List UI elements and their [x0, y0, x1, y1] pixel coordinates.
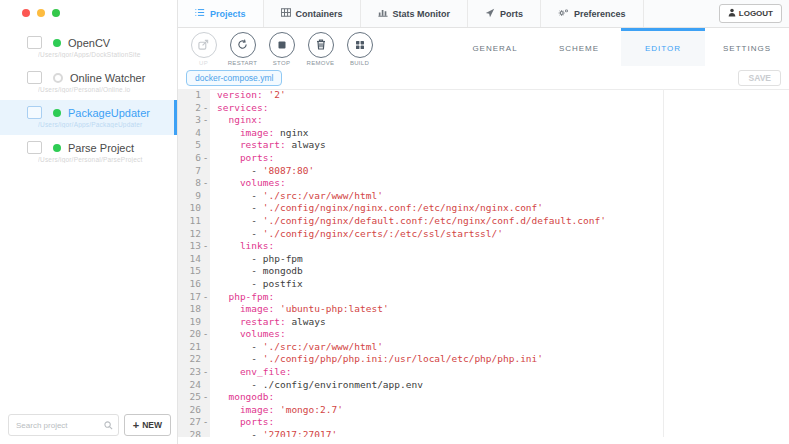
fold-spacer [201, 353, 210, 366]
tabbar-spacer [644, 0, 719, 27]
line-gutter: 17- [178, 291, 210, 304]
code-line: 5 restart: always [178, 139, 789, 152]
fold-marker[interactable]: - [201, 328, 210, 341]
project-item-packageupdater[interactable]: PackageUpdater /Users/igor/Apps/PackageU… [0, 100, 177, 135]
yaml-editor[interactable]: 1version: '2'2-services:3- nginx:4 image… [178, 89, 789, 437]
code-text: volumes: [210, 177, 286, 190]
code-text: env_file: [210, 366, 291, 379]
tab-preferences[interactable]: Preferences [541, 0, 644, 27]
project-list: OpenCV /Users/igor/Apps/DockStationSite … [0, 30, 177, 170]
subtab-editor[interactable]: EDITOR [621, 28, 705, 66]
line-gutter: 21 [178, 341, 210, 354]
close-window-button[interactable] [22, 9, 30, 17]
build-button[interactable]: BUILD [340, 28, 379, 66]
fold-spacer [201, 253, 210, 266]
status-dot-running [53, 109, 61, 117]
line-gutter: 26 [178, 404, 210, 417]
fold-spacer [201, 190, 210, 203]
tab-projects[interactable]: Projects [178, 0, 264, 27]
line-gutter: 7 [178, 165, 210, 178]
tab-label: Stats Monitor [393, 9, 451, 19]
remove-button[interactable]: REMOVE [301, 28, 340, 66]
project-checkbox[interactable] [27, 36, 42, 49]
minimize-window-button[interactable] [37, 9, 45, 17]
compose-file-chip[interactable]: docker-compose.yml [186, 70, 282, 86]
tab-label: Preferences [574, 9, 626, 19]
code-text: version: '2' [210, 89, 286, 102]
code-line: 21 - './src:/var/www/html' [178, 341, 789, 354]
sidebar: OpenCV /Users/igor/Apps/DockStationSite … [0, 0, 178, 444]
tab-ports[interactable]: Ports [468, 0, 541, 27]
code-text: ports: [210, 152, 274, 165]
window-controls [22, 9, 60, 17]
project-item-online-watcher[interactable]: Online Watcher /Users/igor/Personal/Onli… [0, 65, 177, 100]
fold-marker[interactable]: - [201, 391, 210, 404]
line-gutter: 24 [178, 379, 210, 392]
zoom-window-button[interactable] [52, 9, 60, 17]
logout-button[interactable]: LOGOUT [719, 4, 782, 23]
new-project-button[interactable]: + NEW [124, 414, 171, 436]
code-line: 20- volumes: [178, 328, 789, 341]
stop-button[interactable]: STOP [262, 28, 301, 66]
chart-icon [378, 8, 388, 19]
app-window: OpenCV /Users/igor/Apps/DockStationSite … [0, 0, 789, 444]
trash-icon [316, 36, 326, 54]
save-button[interactable]: SAVE [738, 70, 781, 86]
code-text: - '27017:27017' [210, 429, 337, 437]
line-gutter: 23- [178, 366, 210, 379]
code-line: 8- volumes: [178, 177, 789, 190]
fold-marker[interactable]: - [201, 102, 210, 115]
search-input[interactable] [14, 420, 104, 431]
subtab-settings[interactable]: SETTINGS [705, 28, 789, 66]
tab-label: Containers [296, 9, 343, 19]
project-checkbox[interactable] [27, 71, 42, 84]
project-toolbar: UP RESTART STOP REMOVE BUILD GENERALSCHE… [178, 28, 789, 66]
tab-containers[interactable]: Containers [264, 0, 361, 27]
restart-button[interactable]: RESTART [223, 28, 262, 66]
subtab-scheme[interactable]: SCHEME [537, 28, 621, 66]
code-line: 11 - './config/nginx/default.conf:/etc/n… [178, 215, 789, 228]
code-line: 24 - ./config/environment/app.env [178, 379, 789, 392]
restart-icon [237, 36, 248, 54]
line-gutter: 19 [178, 316, 210, 329]
search-box[interactable] [8, 414, 119, 436]
fold-marker[interactable]: - [201, 114, 210, 127]
project-path: /Users/igor/Personal/ParseProject [38, 156, 177, 163]
project-item-opencv[interactable]: OpenCV /Users/igor/Apps/DockStationSite [0, 30, 177, 65]
fold-spacer [201, 404, 210, 417]
code-text: image: nginx [210, 127, 309, 140]
fold-marker[interactable]: - [201, 240, 210, 253]
code-text: nginx: [210, 114, 263, 127]
project-checkbox[interactable] [27, 141, 42, 154]
tab-label: Ports [500, 9, 523, 19]
code-line: 4 image: nginx [178, 127, 789, 140]
tab-stats-monitor[interactable]: Stats Monitor [361, 0, 469, 27]
fold-marker[interactable]: - [201, 291, 210, 304]
subtab-general[interactable]: GENERAL [453, 28, 537, 66]
search-icon [104, 421, 113, 430]
line-gutter: 25- [178, 391, 210, 404]
action-label: REMOVE [307, 60, 335, 66]
up-button[interactable]: UP [184, 28, 223, 66]
code-text: - ./config/environment/app.env [210, 379, 423, 392]
fold-marker[interactable]: - [201, 177, 210, 190]
code-text: restart: always [210, 316, 326, 329]
project-name: PackageUpdater [68, 107, 150, 119]
status-dot-running [53, 144, 61, 152]
fold-spacer [201, 202, 210, 215]
file-row: docker-compose.yml SAVE [178, 66, 789, 90]
fold-marker[interactable]: - [201, 152, 210, 165]
fold-marker[interactable]: - [201, 416, 210, 429]
up-icon [198, 36, 209, 54]
project-path: /Users/igor/Personal/Online.io [38, 86, 177, 93]
project-item-parse-project[interactable]: Parse Project /Users/igor/Personal/Parse… [0, 135, 177, 170]
code-text: - './config/nginx/certs/:/etc/ssl/starts… [210, 228, 503, 241]
code-text: - './config/nginx/default.conf:/etc/ngin… [210, 215, 606, 228]
fold-marker[interactable]: - [201, 366, 210, 379]
project-checkbox[interactable] [27, 106, 42, 119]
code-text: php-fpm: [210, 291, 274, 304]
fold-spacer [201, 316, 210, 329]
code-text: - php-fpm [210, 253, 303, 266]
action-label: BUILD [350, 60, 369, 66]
logout-label: LOGOUT [739, 9, 773, 18]
